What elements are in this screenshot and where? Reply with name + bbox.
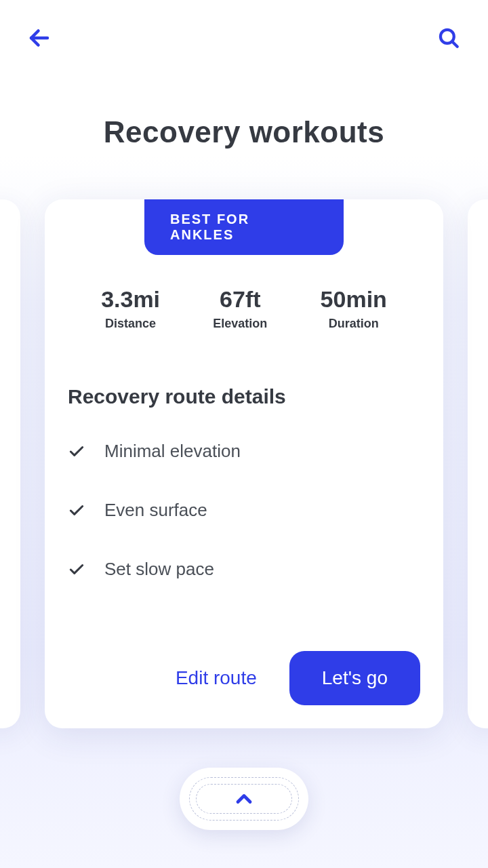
back-button[interactable] (24, 23, 54, 53)
search-icon (437, 26, 460, 50)
prev-card-peek[interactable] (0, 199, 20, 728)
check-icon (68, 443, 85, 460)
page-title: Recovery workouts (0, 115, 488, 149)
workout-badge: BEST FOR ANKLES (144, 199, 344, 255)
arrow-left-icon (27, 26, 52, 50)
workout-stats: 3.3mi Distance 67ft Elevation 50min Dura… (68, 286, 420, 331)
list-item: Minimal elevation (68, 441, 420, 462)
expand-button[interactable] (180, 768, 308, 830)
next-card-peek[interactable] (468, 199, 488, 728)
feature-text: Set slow pace (104, 559, 214, 580)
check-icon (68, 502, 85, 519)
stat-label: Elevation (213, 317, 267, 331)
stat-duration: 50min Duration (321, 286, 387, 331)
card-actions: Edit route Let's go (68, 651, 420, 705)
stat-value: 67ft (213, 286, 267, 313)
feature-list: Minimal elevation Even surface Set slow … (68, 441, 420, 580)
feature-text: Even surface (104, 500, 207, 521)
stat-label: Distance (101, 317, 160, 331)
edit-route-button[interactable]: Edit route (176, 667, 257, 689)
svg-line-2 (452, 41, 457, 46)
list-item: Set slow pace (68, 559, 420, 580)
topbar (0, 0, 488, 53)
track-outline-icon (196, 784, 292, 814)
stat-label: Duration (321, 317, 387, 331)
search-button[interactable] (434, 23, 464, 53)
workout-carousel[interactable]: BEST FOR ANKLES 3.3mi Distance 67ft Elev… (0, 199, 488, 735)
list-item: Even surface (68, 500, 420, 521)
workout-card: BEST FOR ANKLES 3.3mi Distance 67ft Elev… (45, 199, 443, 728)
lets-go-button[interactable]: Let's go (289, 651, 420, 705)
stat-value: 3.3mi (101, 286, 160, 313)
stat-elevation: 67ft Elevation (213, 286, 267, 331)
check-icon (68, 561, 85, 578)
stat-value: 50min (321, 286, 387, 313)
feature-text: Minimal elevation (104, 441, 241, 462)
stat-distance: 3.3mi Distance (101, 286, 160, 331)
details-title: Recovery route details (68, 385, 420, 408)
